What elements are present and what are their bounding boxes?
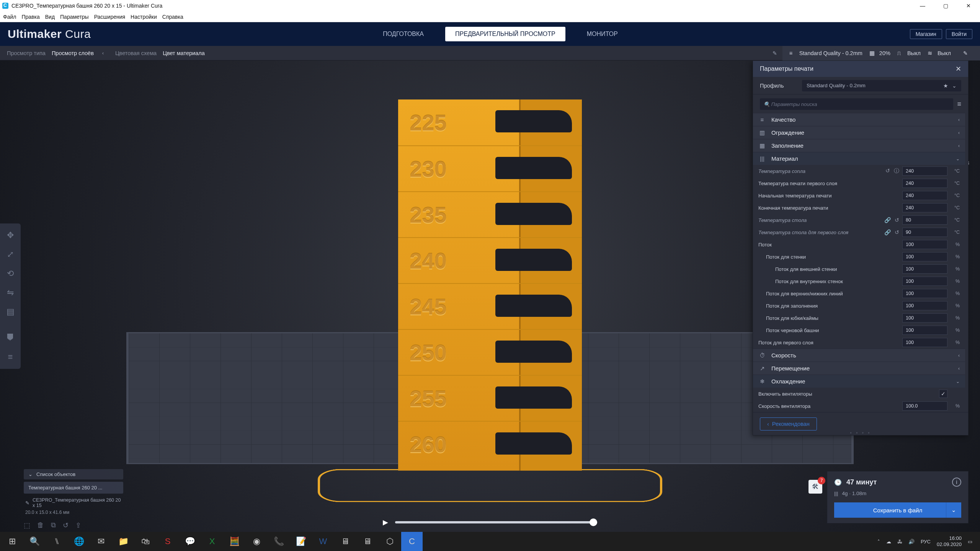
timeline-knob[interactable] xyxy=(590,518,597,526)
settings-search-input[interactable]: 🔍 Параметры поиска xyxy=(760,98,953,110)
setting-input[interactable]: 100 xyxy=(902,277,947,286)
tray-notifications-icon[interactable]: ▭ xyxy=(968,539,972,544)
close-button[interactable]: ✕ xyxy=(957,0,980,11)
tray-clock[interactable]: 16:0002.09.2020 xyxy=(937,535,962,547)
taskbar-explorer[interactable]: 📁 xyxy=(113,532,134,551)
save-to-file-button[interactable]: Сохранить в файл ⌄ xyxy=(834,502,961,518)
taskbar-store[interactable]: 🛍 xyxy=(135,532,156,551)
copy-icon[interactable]: ⧉ xyxy=(51,521,56,530)
marketplace-updates-button[interactable]: 🛠7 xyxy=(808,480,822,494)
taskbar-edge[interactable]: 🌐 xyxy=(68,532,90,551)
task-view-button[interactable]: ⑊ xyxy=(46,532,67,551)
save-dropdown-icon[interactable]: ⌄ xyxy=(946,502,961,518)
setting-input[interactable]: 240 xyxy=(902,203,947,212)
menu-file[interactable]: Файл xyxy=(3,14,16,20)
setting-input[interactable]: 90 xyxy=(902,228,947,237)
taskbar-cura[interactable]: C xyxy=(401,532,423,551)
category-cooling[interactable]: ❄Охлаждение⌄ xyxy=(753,375,965,388)
setting-input[interactable]: 100 xyxy=(902,289,947,298)
settings-scroll[interactable]: ≡Качество‹ ▥Ограждение‹ ▦Заполнение‹ |||… xyxy=(753,113,968,412)
taskbar-excel[interactable]: X xyxy=(201,532,223,551)
menu-settings[interactable]: Параметры xyxy=(60,14,89,20)
play-icon[interactable]: ▶ xyxy=(383,518,388,527)
taskbar-media[interactable]: 🖥 xyxy=(335,532,356,551)
menu-edit[interactable]: Правка xyxy=(21,14,39,20)
menu-help[interactable]: Справка xyxy=(162,14,183,20)
setting-input[interactable]: 100 xyxy=(902,326,947,335)
taskbar-mail[interactable]: ✉ xyxy=(90,532,112,551)
tray-cloud-icon[interactable]: ☁ xyxy=(886,539,891,544)
tool-rotate[interactable]: ⟲ xyxy=(0,264,21,283)
stage-prepare[interactable]: ПОДГОТОВКА xyxy=(373,27,434,41)
tray-network-icon[interactable]: 🖧 xyxy=(897,539,902,544)
maximize-button[interactable]: ▢ xyxy=(934,0,957,11)
recommended-button[interactable]: ‹Рекомендован xyxy=(760,417,817,430)
tray-chevron-icon[interactable]: ˄ xyxy=(877,539,880,544)
info-icon[interactable]: i xyxy=(952,478,961,487)
colorscheme-selector[interactable]: Цветовая схема Цвет материала xyxy=(115,50,205,56)
tray-lang[interactable]: РУС xyxy=(921,539,931,544)
category-material[interactable]: |||Материал⌄ xyxy=(753,152,965,165)
category-speed[interactable]: ⏱Скорость‹ xyxy=(753,349,965,362)
taskbar-whatsapp[interactable]: 📞 xyxy=(268,532,289,551)
edit-settings-icon[interactable]: ✎ xyxy=(958,50,973,56)
category-quality[interactable]: ≡Качество‹ xyxy=(753,113,965,126)
simulation-timeline[interactable]: ▶ xyxy=(383,518,597,527)
taskbar-calc[interactable]: 🧮 xyxy=(224,532,245,551)
setting-input[interactable]: 100 xyxy=(902,252,947,261)
print-settings-summary[interactable]: ≡Standard Quality - 0.2mm ▦20% ⎍Выкл ≋Вы… xyxy=(782,46,980,60)
setting-input[interactable]: 80 xyxy=(902,215,947,225)
taskbar-notes[interactable]: 📝 xyxy=(290,532,312,551)
edit-machine-icon[interactable]: ✎ xyxy=(767,50,782,56)
menu-preferences[interactable]: Настройки xyxy=(131,14,157,20)
setting-checkbox[interactable]: ✓ xyxy=(939,390,947,398)
tool-move[interactable]: ✥ xyxy=(0,226,21,245)
category-infill[interactable]: ▦Заполнение‹ xyxy=(753,139,965,152)
search-button[interactable]: 🔍 xyxy=(24,532,45,551)
export-icon[interactable]: ⇪ xyxy=(75,521,81,530)
system-tray[interactable]: ˄ ☁ 🖧 🔊 РУС 16:0002.09.2020 ▭ xyxy=(877,535,978,547)
panel-close-icon[interactable]: ✕ xyxy=(956,65,961,73)
reset-icon[interactable]: ↺ xyxy=(63,521,69,530)
tool-support-blocker[interactable]: ⛊ xyxy=(0,328,21,347)
object-list-header[interactable]: ⌄Список объектов xyxy=(24,469,123,479)
setting-input[interactable]: 100 xyxy=(902,301,947,310)
category-walls[interactable]: ▥Ограждение‹ xyxy=(753,126,965,139)
taskbar-word[interactable]: W xyxy=(312,532,334,551)
marketplace-button[interactable]: Магазин xyxy=(910,29,942,39)
viewport[interactable]: 225 230 235 240 245 250 255 260 ✥ ⤢ ⟲ ⇋ … xyxy=(0,60,980,532)
trash-icon[interactable]: 🗑 xyxy=(37,521,44,530)
cube-icon[interactable]: ⬚ xyxy=(24,521,30,530)
menu-view[interactable]: Вид xyxy=(45,14,55,20)
setting-action-icons[interactable]: 🔗↺ xyxy=(884,217,899,223)
taskbar-chrome[interactable]: ◉ xyxy=(246,532,267,551)
tool-mirror[interactable]: ⇋ xyxy=(0,283,21,302)
setting-input[interactable]: 100 xyxy=(902,264,947,274)
setting-action-icons[interactable]: ↺ⓘ xyxy=(885,168,899,174)
taskbar-unity[interactable]: ⬡ xyxy=(379,532,400,551)
profile-select[interactable]: Standard Quality - 0.2mm★⌄ xyxy=(802,80,961,91)
object-list-item[interactable]: Температурная башня 260 20 ... xyxy=(24,482,123,494)
menu-extensions[interactable]: Расширения xyxy=(94,14,125,20)
taskbar-other[interactable]: 🖥 xyxy=(357,532,378,551)
taskbar-app1[interactable]: S xyxy=(157,532,178,551)
stage-monitor[interactable]: МОНИТОР xyxy=(577,27,628,41)
tray-volume-icon[interactable]: 🔊 xyxy=(908,539,915,544)
taskbar-viber[interactable]: 💬 xyxy=(179,532,201,551)
setting-input[interactable]: 100.0 xyxy=(902,401,947,411)
setting-input[interactable]: 240 xyxy=(902,166,947,176)
stage-preview[interactable]: ПРЕДВАРИТЕЛЬНЫЙ ПРОСМОТР xyxy=(445,27,565,41)
setting-input[interactable]: 240 xyxy=(902,179,947,188)
setting-action-icons[interactable]: 🔗↺ xyxy=(884,229,899,235)
setting-input[interactable]: 100 xyxy=(902,338,947,347)
signin-button[interactable]: Войти xyxy=(946,29,972,39)
category-travel[interactable]: ↗Перемещение‹ xyxy=(753,362,965,375)
tool-mesh[interactable]: ▤ xyxy=(0,302,21,321)
settings-visibility-icon[interactable]: ≡ xyxy=(957,100,961,108)
setting-input[interactable]: 100 xyxy=(902,313,947,323)
viewtype-selector[interactable]: Просмотр типа Просмотр слоёв ‹ xyxy=(7,50,104,56)
start-button[interactable]: ⊞ xyxy=(2,532,23,551)
star-icon[interactable]: ★ xyxy=(943,83,948,89)
setting-input[interactable]: 100 xyxy=(902,240,947,249)
setting-input[interactable]: 240 xyxy=(902,191,947,200)
